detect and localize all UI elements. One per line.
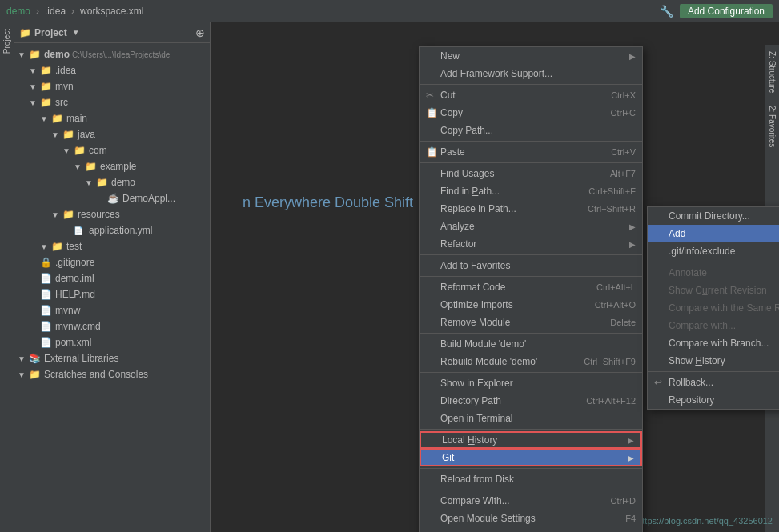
git-compare-branch[interactable]: Compare with Branch...: [648, 334, 779, 352]
add-configuration-button[interactable]: Add Configuration: [680, 4, 773, 18]
menu-sep9: [420, 468, 642, 469]
menu-item-open-terminal[interactable]: Open in Terminal: [420, 410, 642, 427]
tree-item-java[interactable]: ▼ 📁 java: [14, 126, 210, 142]
project-panel: 📁 Project ▼ ⊕ ▼ 📁 demo C:\Users\...\Idea…: [14, 22, 211, 532]
menu-item-analyze[interactable]: Analyze ▶: [420, 218, 642, 235]
title-bar: demo › .idea › workspace.xml 🔧 Add Confi…: [0, 0, 779, 22]
git-annotate: Annotate: [648, 264, 779, 282]
menu-sep5: [420, 276, 642, 277]
tree-item-mvnwcmd[interactable]: 📄 mvnw.cmd: [14, 318, 210, 334]
tree-arrow: ▼: [18, 50, 29, 59]
pomxml-label: pom.xml: [55, 337, 91, 348]
tree-item-demo-sub[interactable]: ▼ 📁 demo: [14, 174, 210, 190]
git-compare-with: Compare with...: [648, 317, 779, 334]
git-compare-same: Compare with the Same Repository Version: [648, 299, 779, 317]
search-hint: n Everywhere Double Shift: [243, 194, 413, 211]
panel-add-button[interactable]: ⊕: [195, 26, 205, 39]
tree-item-pomxml[interactable]: 📄 pom.xml: [14, 334, 210, 350]
git-rollback[interactable]: ↩ Rollback... Ctrl+Alt+Z: [648, 374, 779, 391]
tree-item-extlibs[interactable]: ▼ 📚 External Libraries: [14, 350, 210, 366]
panel-folder-icon: 📁: [19, 27, 31, 38]
git-repository[interactable]: Repository ▶: [648, 391, 779, 409]
left-tab-project[interactable]: Project: [1, 22, 13, 60]
menu-item-optimize[interactable]: Optimize Imports Ctrl+Alt+O: [420, 296, 642, 314]
menu-item-compare-with[interactable]: Compare With... Ctrl+D: [420, 492, 642, 510]
context-menu: New ▶ Add Framework Support... ✂ Cut Ctr…: [419, 46, 643, 532]
menu-sep8: [420, 429, 642, 430]
tree-item-gitignore[interactable]: 🔒 .gitignore: [14, 254, 210, 270]
tree-name: demo: [44, 49, 70, 60]
tree-item-example[interactable]: ▼ 📁 example: [14, 158, 210, 174]
menu-item-reload[interactable]: Reload from Disk: [420, 470, 642, 488]
tree-item-mvn[interactable]: ▼ 📁 mvn: [14, 78, 210, 94]
watermark: https://blog.csdn.net/qq_43256012: [637, 516, 773, 526]
search-hint-suffix: Double Shift: [335, 194, 413, 210]
menu-item-cut[interactable]: ✂ Cut Ctrl+X: [420, 86, 642, 104]
tree-item-demoappl[interactable]: ☕ DemoAppl...: [14, 190, 210, 206]
menu-sep4: [420, 254, 642, 255]
git-sep2: [648, 371, 779, 372]
menu-item-add-framework[interactable]: Add Framework Support...: [420, 65, 642, 82]
menu-item-build[interactable]: Build Module 'demo': [420, 335, 642, 353]
menu-item-rebuild[interactable]: Rebuild Module 'demo' Ctrl+Shift+F9: [420, 353, 642, 370]
tree-item-resources[interactable]: ▼ 📁 resources: [14, 206, 210, 222]
right-tab-structure[interactable]: Z: Structure: [766, 45, 778, 99]
folder-icon: 📁: [29, 49, 42, 60]
title-breadcrumb: demo › .idea › workspace.xml: [6, 6, 143, 17]
menu-item-refactor[interactable]: Refactor ▶: [420, 235, 642, 253]
tree-path: C:\Users\...\IdeaProjects\de: [72, 50, 170, 59]
menu-item-find-usages[interactable]: Find Usages Alt+F7: [420, 165, 642, 182]
breadcrumb-file[interactable]: workspace.xml: [80, 6, 143, 17]
tree-item-scratches[interactable]: ▼ 📁 Scratches and Consoles: [14, 366, 210, 382]
menu-item-copy[interactable]: 📋 Copy Ctrl+C: [420, 104, 642, 122]
panel-title: Project: [34, 27, 67, 38]
menu-item-favorites[interactable]: Add to Favorites: [420, 257, 642, 274]
menu-item-open-module-settings[interactable]: Open Module Settings F4: [420, 510, 642, 527]
menu-item-remove-module[interactable]: Remove Module Delete: [420, 314, 642, 331]
menu-item-find-path[interactable]: Find in Path... Ctrl+Shift+F: [420, 182, 642, 200]
panel-dropdown-icon[interactable]: ▼: [72, 28, 80, 37]
tree-item-main[interactable]: ▼ 📁 main: [14, 110, 210, 126]
tree-item-src[interactable]: ▼ 📁 src: [14, 94, 210, 110]
tree-item-idea[interactable]: ▼ 📁 .idea: [14, 62, 210, 78]
tree-item-mvnw[interactable]: 📄 mvnw: [14, 302, 210, 318]
git-sep1: [648, 262, 779, 262]
project-tree: ▼ 📁 demo C:\Users\...\IdeaProjects\de ▼ …: [14, 43, 210, 532]
tree-item-com[interactable]: ▼ 📁 com: [14, 142, 210, 158]
tree-item-helpmd[interactable]: 📄 HELP.md: [14, 286, 210, 302]
menu-item-copy-path[interactable]: Copy Path...: [420, 122, 642, 139]
menu-sep: [420, 84, 642, 85]
git-show-revision: Show Current Revision: [648, 282, 779, 299]
git-submenu: Commit Directory... Add Ctrl+Alt+A .git/…: [647, 206, 779, 410]
menu-item-paste[interactable]: 📋 Paste Ctrl+V: [420, 143, 642, 161]
title-bar-right: 🔧 Add Configuration: [660, 4, 773, 18]
menu-sep7: [420, 372, 642, 373]
menu-sep2: [420, 141, 642, 142]
menu-sep10: [420, 490, 642, 490]
menu-item-local-history[interactable]: Local History ▶: [420, 431, 642, 449]
search-hint-prefix: n Everywhere: [243, 194, 335, 210]
git-gitinfo[interactable]: .git/info/exclude: [648, 242, 779, 260]
right-tab-favorites[interactable]: 2: Favorites: [766, 99, 778, 154]
menu-item-reformat[interactable]: Reformat Code Ctrl+Alt+L: [420, 278, 642, 296]
main-layout: Project 📁 Project ▼ ⊕ ▼ 📁 demo C:\Users\…: [0, 22, 779, 532]
git-show-history[interactable]: Show History: [648, 352, 779, 370]
menu-item-dir-path[interactable]: Directory Path Ctrl+Alt+F12: [420, 392, 642, 410]
wrench-icon: 🔧: [660, 5, 673, 18]
menu-item-show-explorer[interactable]: Show in Explorer: [420, 374, 642, 392]
left-tabs: Project: [0, 22, 14, 532]
breadcrumb-idea[interactable]: .idea: [45, 6, 66, 17]
tree-item-test[interactable]: ▼ 📁 test: [14, 238, 210, 254]
menu-item-new[interactable]: New ▶: [420, 47, 642, 65]
git-add[interactable]: Add Ctrl+Alt+A: [648, 225, 779, 242]
panel-header: 📁 Project ▼ ⊕: [14, 22, 210, 43]
menu-sep3: [420, 162, 642, 163]
tree-item-appyml[interactable]: 📄 application.yml: [14, 222, 210, 238]
menu-item-git[interactable]: Git ▶: [420, 449, 642, 466]
breadcrumb-demo[interactable]: demo: [6, 6, 30, 17]
tree-item-demo-root[interactable]: ▼ 📁 demo C:\Users\...\IdeaProjects\de: [14, 46, 210, 62]
menu-item-mark-dir[interactable]: Mark Directory as ▶: [420, 527, 642, 532]
menu-item-replace-path[interactable]: Replace in Path... Ctrl+Shift+R: [420, 200, 642, 218]
git-commit-dir[interactable]: Commit Directory...: [648, 207, 779, 225]
tree-item-demoiml[interactable]: 📄 demo.iml: [14, 270, 210, 286]
